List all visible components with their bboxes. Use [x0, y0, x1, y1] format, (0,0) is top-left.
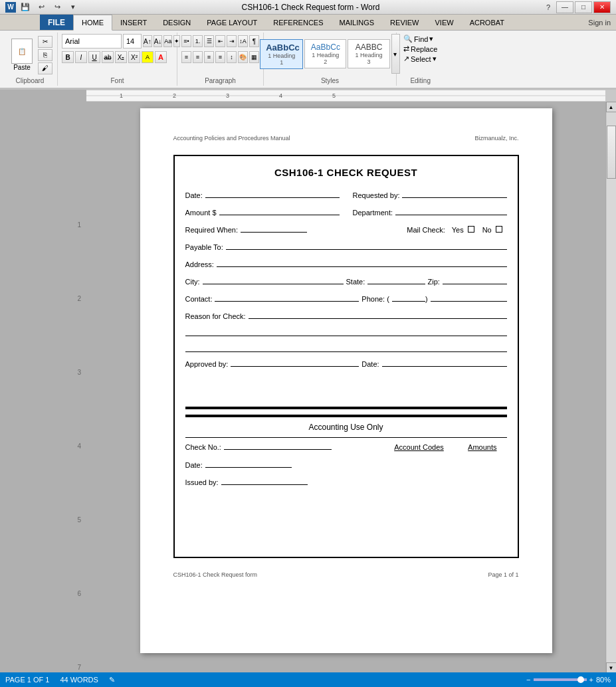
left-margin: 1 2 3 4 5 6 7 8	[0, 102, 86, 673]
italic-button[interactable]: I	[75, 51, 87, 63]
quick-access-toolbar: 💾 ↩ ↪ ▾	[19, 1, 80, 13]
bullets-button[interactable]: ≡•	[181, 35, 191, 47]
ruler-right	[605, 90, 616, 102]
more-button[interactable]: ▾	[66, 1, 80, 13]
phone-field: Phone: ( )	[361, 292, 506, 303]
issued-by-field: Issued by:	[185, 476, 308, 486]
issued-by-line[interactable]	[221, 476, 308, 485]
state-line[interactable]	[367, 275, 425, 284]
title-bar: W 💾 ↩ ↪ ▾ CSH106-1 Check Request form - …	[0, 0, 616, 15]
text-highlight-button[interactable]: A	[142, 51, 154, 63]
payable-to-line[interactable]	[226, 241, 507, 250]
amount-line[interactable]	[219, 206, 340, 215]
department-line[interactable]	[395, 206, 506, 215]
multilevel-button[interactable]: ☰	[204, 35, 214, 47]
yes-checkbox[interactable]	[468, 226, 474, 233]
grow-font-button[interactable]: A↑	[143, 35, 152, 47]
no-checkbox[interactable]	[496, 226, 502, 233]
reason-line[interactable]	[249, 310, 507, 319]
tab-design[interactable]: DESIGN	[155, 15, 199, 30]
approved-by-line[interactable]	[231, 357, 359, 367]
align-center-button[interactable]: ≡	[193, 51, 203, 63]
zip-line[interactable]	[443, 275, 507, 284]
subscript-button[interactable]: X₂	[115, 51, 127, 63]
justify-button[interactable]: ≡	[215, 51, 225, 63]
accounting-title-text: Accounting Use Only	[308, 423, 383, 432]
phone-area-line[interactable]	[392, 292, 425, 302]
check-no-line[interactable]	[224, 441, 332, 450]
style-heading2[interactable]: AaBbCc 1 Heading 2	[304, 39, 346, 68]
city-line[interactable]	[203, 275, 344, 284]
clear-format-button[interactable]: Aa	[163, 35, 172, 47]
font-group: A↑ A↓ Aa ✦ B I U ab X₂ X² A A Font	[58, 33, 177, 86]
tab-references[interactable]: REFERENCES	[265, 15, 331, 30]
show-formatting-button[interactable]: ¶	[249, 35, 259, 47]
tab-review[interactable]: REVIEW	[382, 15, 427, 30]
zoom-controls[interactable]: − + 80%	[526, 676, 611, 684]
scroll-up-button[interactable]: ▲	[606, 102, 617, 112]
document-scroll[interactable]: Accounting Policies and Procedures Manua…	[86, 102, 605, 673]
underline-button[interactable]: U	[88, 51, 100, 63]
redo-button[interactable]: ↪	[51, 1, 64, 13]
style-heading1[interactable]: AaBbCc 1 Heading 1	[260, 39, 303, 69]
find-button[interactable]: 🔍 Find ▾	[401, 34, 440, 44]
date2-line[interactable]	[382, 357, 507, 367]
borders-button[interactable]: ▦	[249, 51, 259, 63]
shading-button[interactable]: 🎨	[238, 51, 248, 63]
accounting-date-line[interactable]	[205, 458, 292, 468]
reason-row: Reason for Check:	[185, 310, 507, 320]
contact-line[interactable]	[215, 292, 359, 302]
sort-button[interactable]: ↕A	[238, 35, 248, 47]
increase-indent-button[interactable]: ⇥	[227, 35, 237, 47]
zoom-slider[interactable]	[534, 678, 587, 681]
shrink-font-button[interactable]: A↓	[154, 35, 163, 47]
decrease-indent-button[interactable]: ⇤	[215, 35, 225, 47]
requested-by-line[interactable]	[402, 189, 506, 198]
font-name-input[interactable]	[62, 34, 122, 49]
ruler-left-spacer	[0, 90, 86, 102]
undo-button[interactable]: ↩	[35, 1, 48, 13]
line-spacing-button[interactable]: ↕	[227, 51, 237, 63]
paste-button[interactable]: 📋 Paste	[7, 37, 37, 73]
zoom-out-button[interactable]: −	[526, 676, 530, 684]
replace-button[interactable]: ⇄ Replace	[401, 44, 440, 54]
tab-view[interactable]: VIEW	[427, 15, 462, 30]
approved-date-row: Approved by: Date:	[185, 357, 507, 368]
select-button[interactable]: ↗ Select ▾	[401, 54, 440, 64]
date-line[interactable]	[205, 189, 340, 198]
scroll-track[interactable]	[607, 112, 616, 662]
superscript-button[interactable]: X²	[128, 51, 140, 63]
maximize-button[interactable]: □	[575, 1, 592, 13]
tab-insert[interactable]: INSERT	[112, 15, 155, 30]
format-painter-button[interactable]: 🖌	[38, 62, 52, 74]
phone-number-line[interactable]	[431, 292, 507, 302]
address-line[interactable]	[217, 258, 507, 267]
bold-button[interactable]: B	[62, 51, 74, 63]
align-right-button[interactable]: ≡	[204, 51, 214, 63]
font-size-input[interactable]	[123, 34, 142, 49]
font-label: Font	[110, 77, 124, 84]
tab-home[interactable]: HOME	[73, 15, 112, 31]
align-left-button[interactable]: ≡	[181, 51, 191, 63]
style-heading3[interactable]: AABBC 1 Heading 3	[348, 39, 389, 68]
copy-button[interactable]: ⎘	[38, 49, 52, 61]
cut-button[interactable]: ✂	[38, 36, 52, 48]
tab-acrobat[interactable]: ACROBAT	[462, 15, 512, 30]
scroll-thumb[interactable]	[607, 126, 616, 179]
tab-page-layout[interactable]: PAGE LAYOUT	[199, 15, 265, 30]
help-button[interactable]: ?	[542, 1, 555, 13]
zoom-thumb[interactable]	[577, 676, 584, 683]
strikethrough-button[interactable]: ab	[102, 51, 114, 63]
tab-mailings[interactable]: MAILINGS	[332, 15, 383, 30]
close-button[interactable]: ✕	[593, 1, 611, 13]
tab-file[interactable]: FILE	[40, 15, 73, 30]
scroll-down-button[interactable]: ▼	[606, 662, 617, 673]
sign-in-link[interactable]: Sign in	[583, 15, 616, 30]
numbering-button[interactable]: 1.	[193, 35, 203, 47]
vertical-scrollbar[interactable]: ▲ ▼	[605, 102, 616, 673]
zoom-in-button[interactable]: +	[589, 676, 593, 684]
font-color-button[interactable]: A	[155, 51, 167, 63]
minimize-button[interactable]: —	[556, 1, 573, 13]
required-when-line[interactable]	[241, 223, 307, 233]
save-button[interactable]: 💾	[19, 1, 32, 13]
